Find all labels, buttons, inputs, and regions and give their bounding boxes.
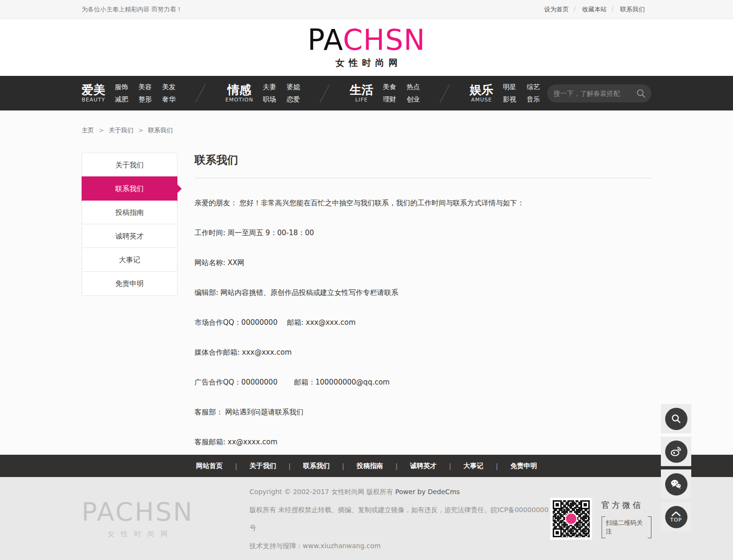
nav-link-meirong[interactable]: 美容	[139, 83, 152, 92]
sidebar-item-contact[interactable]: 联系我们	[82, 176, 177, 201]
nav-beauty-title: 爱美	[82, 83, 105, 97]
footer-wechat-block: 官方微信 扫描二维码关注	[550, 498, 651, 540]
footer-logo: PACHSN 女性时尚网	[82, 499, 194, 539]
nav-link-zhengxing[interactable]: 整形	[139, 95, 152, 104]
nav-emotion-title: 情感	[225, 83, 253, 97]
sidebar-item-submission[interactable]: 投稿指南	[82, 201, 177, 224]
nav-link-lianai[interactable]: 恋爱	[287, 95, 300, 104]
nav-link-shehua[interactable]: 奢华	[162, 95, 176, 104]
footer-nav: 网站首页 关于我们 联系我们 投稿指南 诚聘英才 大事记 免责申明	[0, 455, 733, 477]
nav-divider	[195, 84, 206, 102]
nav-life-title: 生活	[350, 83, 373, 97]
nav-link-fuqi[interactable]: 夫妻	[263, 83, 276, 92]
topbar-link-contact[interactable]: 联系我们	[613, 5, 651, 14]
search-box	[547, 84, 651, 102]
nav-emotion-subtitle: EMOTION	[225, 97, 253, 103]
footer-copyright: Copyright © 2002-2017 女性时尚网 版权所有 Power b…	[250, 483, 550, 555]
footer: PACHSN 女性时尚网 Copyright © 2002-2017 女性时尚网…	[0, 477, 733, 560]
footer-nav-submission[interactable]: 投稿指南	[357, 462, 383, 470]
nav-life-button[interactable]: 生活 LIFE	[350, 83, 373, 103]
breadcrumb-about[interactable]: 关于我们	[99, 127, 133, 134]
breadcrumb-contact[interactable]: 联系我们	[138, 127, 173, 134]
top-label: TOP	[670, 517, 682, 523]
topbar-slogan: 为各位小主奉上精彩内容 而努力着！	[82, 5, 182, 14]
nav-link-yinyue[interactable]: 音乐	[527, 95, 540, 104]
logo-text-black: PA	[307, 23, 343, 56]
nav-link-meishi[interactable]: 美食	[383, 83, 396, 92]
floating-back-to-top-button[interactable]: TOP	[661, 502, 691, 532]
sidebar-item-about[interactable]: 关于我们	[82, 153, 177, 177]
footer-nav-milestones[interactable]: 大事记	[464, 462, 483, 470]
search-icon	[665, 408, 687, 430]
nav-section-emotion: 情感 EMOTION 夫妻 婆媳 职场 恋爱	[225, 83, 300, 104]
qr-finder	[581, 500, 590, 509]
topbar-link-set-home[interactable]: 设为首页	[538, 5, 575, 14]
powered-by-text: Power by DedeCms	[395, 488, 460, 496]
footer-logo-text: PACHSN	[82, 499, 194, 525]
back-to-top-icon: TOP	[665, 506, 687, 528]
rights-line: 版权所有 未经授权禁止转载、摘编、复制或建立镜像，如有违反，追究法律责任。皖IC…	[250, 501, 550, 537]
sidebar-item-milestones[interactable]: 大事记	[82, 248, 177, 272]
footer-nav-disclaimer[interactable]: 免责申明	[510, 462, 537, 470]
nav-link-chuangye[interactable]: 创业	[407, 95, 420, 104]
content-paragraph: 市场合作QQ：00000000 邮箱: xxx@xxx.com	[195, 318, 651, 328]
topbar-links: 设为首页 收藏本站 联系我们	[538, 5, 651, 14]
support-line: 技术支持与报障：www.xiuzhanwang.com	[250, 537, 550, 555]
floating-weibo-button[interactable]	[661, 437, 691, 466]
header: PACHSN 女性时尚网	[0, 19, 733, 76]
nav-divider	[440, 84, 450, 102]
logo-subtitle: 女性时尚网	[331, 57, 402, 69]
main-content: 联系我们 亲爱的朋友： 您好！非常高兴您能在百忙之中抽空与我们联系，我们的工作时…	[195, 153, 651, 447]
content-paragraph: 亲爱的朋友： 您好！非常高兴您能在百忙之中抽空与我们联系，我们的工作时间与联系方…	[195, 198, 651, 208]
search-input[interactable]	[554, 90, 636, 97]
footer-nav-home[interactable]: 网站首页	[196, 462, 223, 470]
wechat-qr-code	[550, 498, 592, 540]
nav-link-zongyi[interactable]: 综艺	[527, 83, 540, 92]
nav-link-fushi[interactable]: 服饰	[115, 83, 128, 92]
content-paragraph: 客服部： 网站遇到问题请联系我们	[195, 407, 651, 417]
nav-section-amuse: 娱乐 AMUSE 明星 综艺 影视 音乐	[470, 83, 540, 104]
footer-nav-contact[interactable]: 联系我们	[303, 462, 330, 470]
sidebar-item-disclaimer[interactable]: 免责申明	[82, 272, 177, 295]
nav-link-poxi[interactable]: 婆媳	[287, 83, 300, 92]
wechat-subtitle: 扫描二维码关注	[602, 516, 651, 538]
copyright-line: Copyright © 2002-2017 女性时尚网 版权所有 Power b…	[250, 483, 550, 501]
qr-finder	[553, 528, 562, 537]
site-logo[interactable]: PACHSN	[307, 26, 425, 54]
nav-link-meifa[interactable]: 美发	[162, 83, 176, 92]
nav-link-yingshi[interactable]: 影视	[503, 95, 516, 104]
floating-search-button[interactable]	[661, 404, 691, 433]
main-nav: 爱美 BEAUTY 服饰 美容 美发 减肥 整形 奢华 情感 EMOTION 夫…	[0, 76, 733, 110]
nav-beauty-subtitle: BEAUTY	[82, 97, 105, 103]
content-paragraph: 编辑部: 网站内容挑错、原创作品投稿或建立女性写作专栏请联系	[195, 288, 651, 298]
topbar-link-favorite[interactable]: 收藏本站	[575, 5, 613, 14]
nav-link-redian[interactable]: 热点	[407, 83, 420, 92]
page-title: 联系我们	[195, 153, 651, 178]
nav-link-zhichang[interactable]: 职场	[263, 95, 276, 104]
nav-link-licai[interactable]: 理财	[383, 95, 396, 104]
footer-nav-jobs[interactable]: 诚聘英才	[410, 462, 436, 470]
breadcrumb-home[interactable]: 主页	[82, 127, 94, 134]
nav-section-beauty: 爱美 BEAUTY 服饰 美容 美发 减肥 整形 奢华	[82, 83, 176, 104]
nav-link-jianfei[interactable]: 减肥	[115, 95, 128, 104]
topbar: 为各位小主奉上精彩内容 而努力着！ 设为首页 收藏本站 联系我们	[0, 0, 733, 19]
floating-wechat-button[interactable]	[661, 469, 691, 499]
nav-amuse-title: 娱乐	[470, 83, 493, 97]
footer-logo-subtitle: 女性时尚网	[82, 530, 194, 539]
page-body: 关于我们 联系我们 投稿指南 诚聘英才 大事记 免责申明 联系我们 亲爱的朋友：…	[82, 153, 651, 447]
floating-toolbar: TOP	[661, 404, 691, 532]
content-paragraph: 工作时间: 周一至周五 9：00-18：00	[195, 228, 651, 238]
content-paragraph: 网站名称: XX网	[195, 258, 651, 268]
nav-emotion-button[interactable]: 情感 EMOTION	[225, 83, 253, 103]
search-icon[interactable]	[636, 89, 646, 98]
sidebar-item-jobs[interactable]: 诚聘英才	[82, 224, 177, 248]
content-paragraph: 媒体合作邮箱: xxx@xxx.com	[195, 348, 651, 358]
nav-link-mingxing[interactable]: 明星	[503, 83, 516, 92]
nav-beauty-button[interactable]: 爱美 BEAUTY	[82, 83, 105, 103]
footer-nav-about[interactable]: 关于我们	[250, 462, 276, 470]
nav-amuse-button[interactable]: 娱乐 AMUSE	[470, 83, 493, 103]
nav-life-subtitle: LIFE	[350, 97, 373, 103]
qr-finder	[553, 500, 562, 509]
sidebar-menu: 关于我们 联系我们 投稿指南 诚聘英才 大事记 免责申明	[82, 153, 177, 296]
wechat-title: 官方微信	[602, 500, 651, 511]
